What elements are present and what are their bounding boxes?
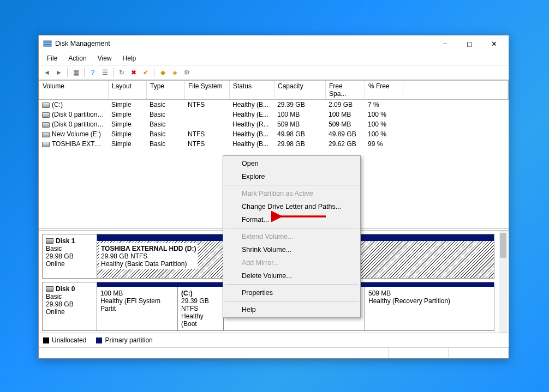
svg-rect-0	[44, 41, 51, 43]
disk-management-window: Disk Management − ◻ ✕ File Action View H…	[38, 35, 509, 359]
table-row[interactable]: (Disk 0 partition 1)SimpleBasicHealthy (…	[39, 110, 509, 119]
properties-icon[interactable]: ☰	[99, 67, 110, 78]
column-header[interactable]: % Free	[365, 81, 403, 99]
context-menu-item: Extend Volume...	[224, 230, 359, 243]
context-menu-item[interactable]: Delete Volume...	[224, 269, 359, 282]
show-hide-icon[interactable]: ▦	[70, 67, 81, 78]
context-menu: OpenExploreMark Partition as ActiveChang…	[223, 155, 361, 318]
partition-cell[interactable]: 509 MBHealthy (Recovery Partition)	[365, 287, 469, 330]
column-header[interactable]: File System	[185, 81, 230, 99]
annotation-arrow	[271, 211, 331, 222]
context-menu-item: Mark Partition as Active	[224, 187, 359, 200]
close-button[interactable]: ✕	[482, 36, 506, 51]
settings-icon[interactable]: ⚙	[181, 67, 192, 78]
context-menu-item[interactable]: Properties	[224, 286, 359, 299]
column-header[interactable]: Layout	[109, 81, 147, 99]
maximize-button[interactable]: ◻	[457, 36, 482, 51]
menu-action[interactable]: Action	[63, 53, 91, 64]
table-row[interactable]: (C:)SimpleBasicNTFSHealthy (B...29.39 GB…	[39, 100, 509, 110]
titlebar[interactable]: Disk Management − ◻ ✕	[39, 35, 509, 52]
column-header[interactable]: Capacity	[274, 81, 326, 99]
partition-cell[interactable]: 100 MBHealthy (EFI System Partit	[97, 287, 178, 330]
scrollbar[interactable]	[499, 231, 508, 333]
new-icon[interactable]: ◆	[157, 67, 168, 78]
disk-header[interactable]: Disk 1Basic29.98 GBOnline	[43, 234, 97, 278]
column-header[interactable]: Type	[147, 81, 185, 99]
context-menu-item[interactable]: Help	[224, 303, 359, 316]
check-icon[interactable]: ✔	[140, 67, 151, 78]
table-row[interactable]: New Volume (E:)SimpleBasicNTFSHealthy (B…	[39, 129, 509, 139]
svg-rect-1	[44, 44, 51, 46]
refresh-icon[interactable]: ↻	[116, 67, 127, 78]
column-header[interactable]: Volume	[39, 81, 109, 99]
menubar: File Action View Help	[39, 52, 509, 65]
app-icon	[43, 39, 52, 48]
menu-file[interactable]: File	[42, 53, 62, 64]
legend-primary: Primary partition	[96, 336, 152, 344]
statusbar	[39, 347, 509, 358]
help-icon[interactable]: ?	[87, 67, 98, 78]
disk-header[interactable]: Disk 0Basic29.98 GBOnline	[43, 282, 97, 330]
context-menu-item[interactable]: Explore	[224, 170, 359, 183]
partition-cell[interactable]: (C:)29.39 GB NTFSHealthy (Boot	[178, 287, 224, 330]
toolbar: ◄►▦?☰↻✖✔◆◈⚙	[39, 65, 509, 80]
menu-help[interactable]: Help	[118, 53, 141, 64]
context-menu-item[interactable]: Shrink Volume...	[224, 243, 359, 256]
table-row[interactable]: (Disk 0 partition 4)SimpleBasicHealthy (…	[39, 119, 509, 129]
table-row[interactable]: TOSHIBA EXTERN...SimpleBasicNTFSHealthy …	[39, 139, 509, 149]
delete-icon[interactable]: ✖	[128, 67, 139, 78]
menu-view[interactable]: View	[93, 53, 117, 64]
legend-unallocated: Unallocated	[43, 336, 86, 344]
minimize-button[interactable]: −	[433, 36, 457, 51]
column-header[interactable]: Status	[230, 81, 274, 99]
context-menu-item: Add Mirror...	[224, 256, 359, 269]
legend: Unallocated Primary partition	[39, 333, 509, 347]
explore-icon[interactable]: ◈	[169, 67, 180, 78]
back-arrow-icon[interactable]: ◄	[41, 67, 52, 78]
forward-arrow-icon[interactable]: ►	[53, 67, 64, 78]
column-header[interactable]: Free Spa...	[326, 81, 365, 99]
table-header: VolumeLayoutTypeFile SystemStatusCapacit…	[39, 80, 509, 100]
window-title: Disk Management	[55, 40, 433, 47]
context-menu-item[interactable]: Open	[224, 157, 359, 170]
